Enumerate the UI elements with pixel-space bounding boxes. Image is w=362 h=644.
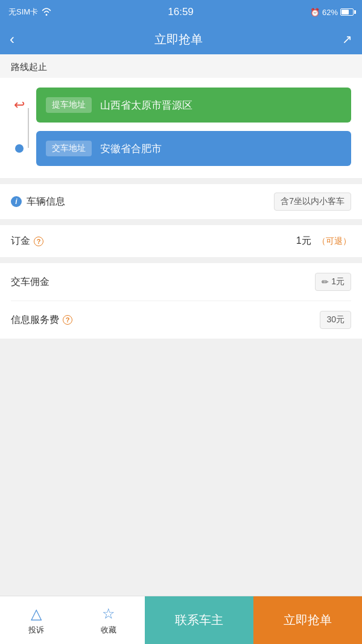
alarm-icon: ⏰ — [310, 8, 320, 17]
dropoff-address: 安徽省合肥市 — [100, 142, 162, 156]
deposit-help-icon[interactable]: ? — [34, 237, 43, 246]
pickup-address: 山西省太原市晋源区 — [100, 98, 192, 112]
delivery-fee-value: 1元 — [331, 276, 345, 287]
delivery-fee-label: 交车佣金 — [11, 276, 49, 289]
grab-order-button[interactable]: 立即抢单 — [253, 596, 362, 644]
service-fee-help-icon[interactable]: ? — [63, 315, 72, 325]
edit-pencil-icon: ✏ — [322, 277, 329, 287]
page-title: 立即抢单 — [154, 31, 203, 48]
share-button[interactable]: ↗ — [342, 32, 352, 46]
dropoff-label: 交车地址 — [46, 141, 92, 156]
deposit-value: 1元 （可退） — [296, 235, 351, 247]
complaint-tab[interactable]: △ 投诉 — [0, 596, 72, 644]
main-content: 路线起止 ↩ 提车地址 山西省太原市晋源区 交车地址 安徽省合肥市 — [0, 54, 362, 405]
dropoff-row: 交车地址 安徽省合肥市 — [11, 131, 351, 166]
bottom-actions: 联系车主 立即抢单 — [145, 596, 362, 644]
pickup-label: 提车地址 — [46, 97, 92, 113]
vehicle-info-icon: i — [11, 196, 22, 207]
dropoff-icon-wrap — [11, 140, 28, 157]
route-section-label: 路线起止 — [0, 54, 362, 78]
service-fee-row: 信息服务费 ? 30元 — [11, 301, 351, 339]
delivery-fee-row: 交车佣金 ✏ 1元 — [11, 263, 351, 301]
vehicle-info-left: i 车辆信息 — [11, 196, 65, 208]
deposit-label: 订金 ? — [11, 235, 43, 247]
divider-2 — [0, 219, 362, 225]
deposit-row: 订金 ? 1元 （可退） — [11, 225, 351, 257]
service-fee-label: 信息服务费 ? — [11, 314, 72, 327]
favorite-label: 收藏 — [101, 625, 116, 636]
back-button[interactable]: ‹ — [10, 31, 14, 48]
route-section: ↩ 提车地址 山西省太原市晋源区 交车地址 安徽省合肥市 — [0, 78, 362, 178]
complaint-label: 投诉 — [28, 625, 44, 636]
dropoff-dot-icon — [15, 144, 24, 153]
contact-owner-button[interactable]: 联系车主 — [145, 596, 253, 644]
status-left: 无SIM卡 — [8, 7, 51, 18]
divider-1 — [0, 178, 362, 184]
vehicle-type-badge: 含7坐以内小客车 — [274, 193, 351, 211]
pickup-icon: ↩ — [11, 97, 28, 113]
battery-icon — [340, 8, 354, 16]
status-right: ⏰ 62% — [310, 8, 354, 17]
bottom-bar: △ 投诉 ☆ 收藏 联系车主 立即抢单 — [0, 596, 362, 644]
wifi-icon — [42, 7, 51, 18]
carrier-text: 无SIM卡 — [8, 7, 38, 18]
complaint-icon: △ — [31, 605, 42, 622]
pickup-card[interactable]: 提车地址 山西省太原市晋源区 — [36, 88, 351, 123]
status-time: 16:59 — [168, 6, 194, 18]
divider-3 — [0, 257, 362, 263]
deposit-refund-label: （可退） — [317, 236, 351, 246]
commission-section: 交车佣金 ✏ 1元 信息服务费 ? 30元 — [0, 263, 362, 339]
service-fee-value: 30元 — [320, 311, 351, 329]
header: ‹ 立即抢单 ↗ — [0, 24, 362, 54]
battery-percent: 62% — [322, 8, 338, 17]
fee-section: 订金 ? 1元 （可退） — [0, 225, 362, 257]
vehicle-info-title: 车辆信息 — [27, 196, 65, 208]
status-bar: 无SIM卡 16:59 ⏰ 62% — [0, 0, 362, 24]
dropoff-card[interactable]: 交车地址 安徽省合肥市 — [36, 131, 351, 166]
vehicle-info-section: i 车辆信息 含7坐以内小客车 — [0, 184, 362, 219]
pickup-row: ↩ 提车地址 山西省太原市晋源区 — [11, 88, 351, 123]
favorite-icon: ☆ — [102, 605, 115, 622]
delivery-fee-edit[interactable]: ✏ 1元 — [315, 273, 351, 291]
bottom-spacer — [0, 339, 362, 357]
favorite-tab[interactable]: ☆ 收藏 — [72, 596, 145, 644]
